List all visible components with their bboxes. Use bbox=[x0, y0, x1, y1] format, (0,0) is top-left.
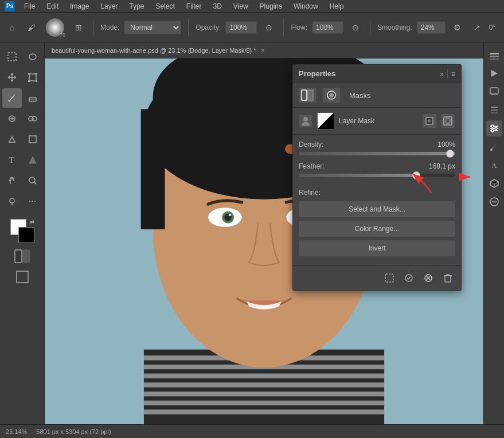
vector-mask-tab[interactable] bbox=[323, 88, 340, 103]
feather-row: Feather: 168.1 px bbox=[299, 162, 455, 170]
brush-size: 70 bbox=[60, 32, 65, 38]
flow-toggle-icon[interactable]: ⊙ bbox=[348, 20, 363, 35]
svg-rect-66 bbox=[385, 274, 393, 282]
properties-controls: » ≡ bbox=[440, 69, 455, 79]
clone-tool[interactable] bbox=[23, 109, 42, 128]
menu-3d[interactable]: 3D bbox=[210, 1, 224, 11]
smoothing-input[interactable] bbox=[417, 21, 446, 34]
smoothing-settings-icon[interactable]: ⚙ bbox=[450, 20, 465, 35]
hand-tool[interactable] bbox=[2, 171, 22, 190]
screen-mode-btn[interactable] bbox=[13, 267, 32, 287]
type-tool[interactable]: T bbox=[2, 150, 22, 170]
brush-tool-icon[interactable]: 🖌 bbox=[24, 20, 39, 35]
swap-colors-icon[interactable]: ⇄ bbox=[30, 219, 34, 225]
expand-icon[interactable]: » bbox=[440, 70, 444, 78]
menu-type[interactable]: Type bbox=[127, 1, 146, 11]
invert-button[interactable]: Invert bbox=[299, 240, 455, 256]
panel-btn-adjustments[interactable] bbox=[486, 120, 502, 136]
panel-btn-brush[interactable] bbox=[486, 139, 502, 155]
menu-select[interactable]: Select bbox=[153, 1, 177, 11]
zoom-tool[interactable] bbox=[23, 171, 42, 190]
svg-rect-3 bbox=[28, 73, 30, 75]
tool-group-view bbox=[2, 171, 42, 190]
density-thumb[interactable] bbox=[446, 150, 454, 158]
color-range-button[interactable]: Color Range... bbox=[299, 221, 455, 237]
density-track bbox=[299, 152, 455, 155]
dodge-tool[interactable] bbox=[2, 191, 22, 211]
right-panel: A bbox=[483, 42, 504, 424]
pen-tool[interactable] bbox=[2, 130, 22, 149]
status-bar: 23.14% 5801 px x 5304 px (72 ppi) bbox=[0, 424, 504, 438]
tool-group-move bbox=[2, 68, 42, 87]
menu-icon[interactable]: ≡ bbox=[451, 70, 455, 78]
shape-tool[interactable] bbox=[23, 130, 42, 149]
mask-apply-btn[interactable] bbox=[422, 114, 437, 128]
add-mask-from-transparency-icon[interactable] bbox=[382, 271, 397, 286]
divider-2 bbox=[188, 19, 189, 36]
feather-thumb[interactable] bbox=[412, 171, 420, 179]
marquee-tool[interactable] bbox=[2, 47, 22, 67]
svg-rect-19 bbox=[17, 271, 28, 283]
panel-btn-type[interactable]: A bbox=[486, 157, 502, 173]
lasso-tool[interactable] bbox=[23, 47, 42, 67]
menu-help[interactable]: Help bbox=[327, 1, 346, 11]
apply-mask-icon[interactable] bbox=[401, 271, 416, 286]
layer-mask-left: Layer Mask bbox=[299, 112, 374, 130]
tab-close-button[interactable]: × bbox=[261, 46, 265, 54]
svg-point-11 bbox=[32, 116, 37, 121]
menu-view[interactable]: View bbox=[231, 1, 251, 11]
quick-mask-btn[interactable] bbox=[13, 247, 32, 266]
svg-rect-72 bbox=[490, 58, 499, 60]
tool-group-type: T bbox=[2, 150, 42, 170]
props-tabs: Masks bbox=[293, 83, 461, 108]
svg-rect-2 bbox=[29, 74, 36, 81]
foreground-swatch[interactable] bbox=[18, 227, 34, 243]
brush-tool[interactable] bbox=[2, 88, 22, 108]
opacity-input[interactable] bbox=[225, 21, 257, 34]
eraser-tool[interactable] bbox=[23, 88, 42, 108]
pixel-mask-tab[interactable] bbox=[299, 88, 316, 103]
canvas-area: beautiful-young-woman-with-acne.psd @ 23… bbox=[45, 42, 483, 424]
mask-thumbnail bbox=[317, 112, 334, 130]
move-tool[interactable] bbox=[2, 68, 22, 87]
delete-mask-icon[interactable] bbox=[440, 271, 455, 286]
menu-bar: Ps File Edit Image Layer Type Select Fil… bbox=[0, 0, 504, 13]
panel-btn-channels[interactable] bbox=[486, 102, 502, 118]
menu-filter[interactable]: Filter bbox=[184, 1, 204, 11]
density-slider[interactable] bbox=[299, 152, 455, 155]
panel-btn-layers[interactable] bbox=[486, 47, 502, 63]
brush-preview[interactable]: 70 bbox=[44, 16, 67, 39]
menu-image[interactable]: Image bbox=[68, 1, 91, 11]
properties-footer bbox=[293, 265, 461, 290]
menu-layer[interactable]: Layer bbox=[98, 1, 120, 11]
panel-btn-comment[interactable] bbox=[486, 84, 502, 100]
mode-dropdown[interactable]: Normal bbox=[124, 21, 181, 34]
tool-group-more: ··· bbox=[2, 191, 42, 211]
opacity-toggle-icon[interactable]: ⊙ bbox=[261, 20, 276, 35]
feather-slider[interactable] bbox=[299, 174, 455, 177]
brush-settings-icon[interactable]: ⊞ bbox=[71, 20, 86, 35]
heal-tool[interactable] bbox=[2, 109, 22, 128]
menu-window[interactable]: Window bbox=[291, 1, 321, 11]
svg-rect-74 bbox=[490, 88, 498, 94]
panel-btn-3d[interactable] bbox=[486, 175, 502, 191]
transform-tool[interactable] bbox=[23, 68, 42, 87]
path-select-tool[interactable] bbox=[23, 150, 42, 170]
flow-input[interactable] bbox=[312, 21, 343, 34]
panel-btn-eraser2[interactable] bbox=[486, 194, 502, 210]
properties-body: Density: 100% Feather: 168.1 px bbox=[293, 135, 461, 265]
svg-rect-26 bbox=[144, 382, 384, 387]
svg-point-7 bbox=[8, 100, 10, 102]
svg-rect-61 bbox=[446, 119, 450, 123]
menu-file[interactable]: File bbox=[22, 1, 37, 11]
home-icon[interactable]: ⌂ bbox=[5, 20, 19, 35]
menu-edit[interactable]: Edit bbox=[44, 1, 61, 11]
angle-icon[interactable]: ↗ bbox=[470, 20, 485, 35]
panel-btn-play[interactable] bbox=[486, 65, 502, 81]
extra-tools[interactable]: ··· bbox=[23, 191, 42, 211]
mask-refine-btn[interactable] bbox=[440, 114, 455, 128]
select-mask-button[interactable]: Select and Mask... bbox=[299, 201, 455, 217]
disable-mask-icon[interactable] bbox=[421, 271, 436, 286]
density-value: 100% bbox=[437, 140, 455, 148]
menu-plugins[interactable]: Plugins bbox=[257, 1, 284, 11]
